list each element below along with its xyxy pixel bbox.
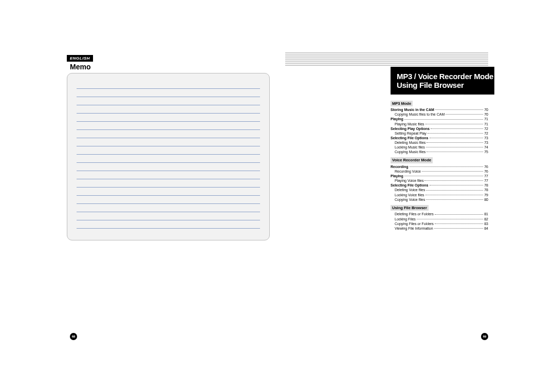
memo-line — [77, 171, 260, 179]
memo-line — [77, 204, 260, 212]
memo-line — [77, 122, 260, 130]
toc-dots — [446, 114, 483, 115]
page-spread: ENGLISH Memo 68 MP3 / Voice Recorder Mod… — [67, 52, 488, 340]
memo-line — [77, 114, 260, 122]
toc-label: Copying Files or Folders — [391, 221, 434, 226]
toc-dots — [431, 128, 483, 129]
toc-label: Recording Voice — [391, 169, 421, 174]
toc-dots — [425, 194, 484, 195]
memo-line — [77, 97, 260, 105]
memo-line — [77, 196, 260, 204]
toc-dots — [435, 214, 483, 215]
toc-page: 84 — [484, 226, 488, 231]
toc-label: Playing — [391, 174, 403, 178]
toc-row: Deleting Music files73 — [391, 140, 488, 145]
toc-page: 77 — [484, 174, 488, 178]
toc-dots — [427, 142, 483, 143]
decorative-stripes — [285, 52, 488, 66]
toc-dots — [435, 223, 483, 224]
toc-page: 71 — [484, 122, 488, 126]
memo-box — [67, 73, 270, 240]
toc-dots — [404, 175, 483, 176]
toc-row: Deleting Files or Folders81 — [391, 212, 488, 216]
page-number-left: 68 — [70, 333, 77, 340]
toc-label: Recording — [391, 164, 409, 169]
toc-label: Locking Files — [391, 217, 416, 221]
toc-page: 72 — [484, 131, 488, 136]
memo-line — [77, 89, 260, 97]
language-badge: ENGLISH — [67, 55, 93, 62]
memo-line — [77, 220, 260, 229]
memo-line — [77, 163, 260, 171]
toc-section: Using File BrowserDeleting Files or Fold… — [391, 205, 488, 231]
toc-page: 71 — [484, 117, 488, 121]
toc-page: 83 — [484, 221, 488, 226]
toc-row: Playing77 — [391, 174, 488, 178]
table-of-contents: MP3 ModeStoring Music in the CAM70Copyin… — [391, 101, 488, 231]
toc-row: Selecting Play Options72 — [391, 126, 488, 131]
toc-label: Playing Music files — [391, 122, 424, 126]
toc-page: 81 — [484, 212, 488, 216]
left-page: ENGLISH Memo 68 — [67, 52, 270, 340]
toc-row: Selecting File Options78 — [391, 183, 488, 188]
toc-dots — [428, 133, 483, 134]
toc-label: Storing Music in the CAM — [391, 107, 434, 112]
toc-row: Copying Music files to the CAM70 — [391, 112, 488, 117]
memo-title: Memo — [70, 63, 270, 71]
toc-row: Viewing File Information84 — [391, 226, 488, 231]
page-number-right: 69 — [481, 333, 488, 340]
toc-page: 78 — [484, 183, 488, 188]
toc-label: Deleting Music files — [391, 140, 425, 145]
toc-label: Selecting File Options — [391, 136, 429, 140]
toc-row: Recording76 — [391, 164, 488, 169]
toc-row: Copying Music files75 — [391, 150, 488, 154]
toc-label: Selecting File Options — [391, 183, 429, 188]
toc-label: Deleting Files or Folders — [391, 212, 434, 216]
toc-label: Copying Music files to the CAM — [391, 112, 445, 117]
toc-label: Locking Music files — [391, 145, 425, 150]
toc-page: 70 — [484, 112, 488, 117]
toc-label: Playing — [391, 117, 403, 121]
toc-row: Setting Repeat Play72 — [391, 131, 488, 136]
toc-dots — [427, 151, 483, 152]
toc-dots — [410, 166, 484, 167]
memo-line — [77, 212, 260, 220]
toc-dots — [426, 190, 483, 191]
toc-row: Playing Music files71 — [391, 122, 488, 126]
toc-row: Deleting Voice files78 — [391, 188, 488, 192]
toc-page: 79 — [484, 193, 488, 197]
toc-page: 73 — [484, 136, 488, 140]
toc-label: Deleting Voice files — [391, 188, 425, 192]
memo-line — [77, 146, 260, 155]
chapter-title-line2: Using File Browser — [397, 81, 494, 89]
toc-section: MP3 ModeStoring Music in the CAM70Copyin… — [391, 101, 488, 155]
toc-label: Selecting Play Options — [391, 126, 430, 131]
toc-row: Playing Voice files77 — [391, 178, 488, 183]
memo-line — [77, 138, 260, 146]
toc-dots — [435, 109, 483, 110]
toc-heading: Using File Browser — [391, 205, 429, 211]
toc-page: 72 — [484, 126, 488, 131]
toc-page: 80 — [484, 197, 488, 202]
memo-line — [77, 130, 260, 138]
toc-dots — [417, 218, 483, 219]
toc-label: Viewing File Information — [391, 226, 433, 231]
toc-page: 82 — [484, 217, 488, 221]
toc-row: Locking Music files74 — [391, 145, 488, 150]
chapter-title-block: MP3 / Voice Recorder Mode / Using File B… — [391, 67, 494, 95]
right-page: MP3 / Voice Recorder Mode / Using File B… — [285, 52, 488, 340]
toc-dots — [434, 228, 484, 229]
toc-page: 78 — [484, 188, 488, 192]
toc-label: Copying Music files — [391, 150, 425, 154]
toc-row: Selecting File Options73 — [391, 136, 488, 140]
memo-line — [77, 105, 260, 114]
toc-label: Setting Repeat Play — [391, 131, 427, 136]
memo-line — [77, 81, 260, 89]
toc-label: Copying Voice files — [391, 197, 425, 202]
toc-row: Recording Voice76 — [391, 169, 488, 174]
toc-dots — [422, 171, 483, 172]
toc-dots — [426, 146, 483, 147]
toc-page: 76 — [484, 169, 488, 174]
toc-page: 75 — [484, 150, 488, 154]
toc-page: 73 — [484, 140, 488, 145]
